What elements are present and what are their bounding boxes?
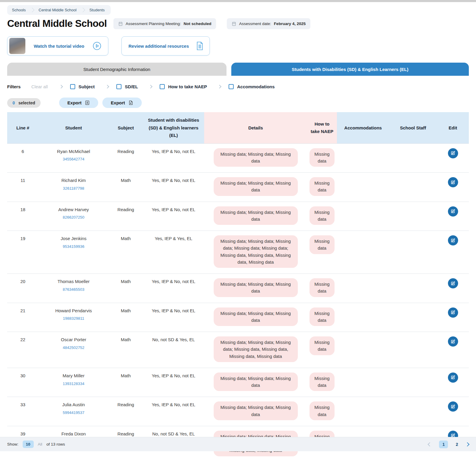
naep-missing-data-pill: Missing data xyxy=(309,278,335,297)
chevron-right-icon xyxy=(149,85,153,89)
school-staff-cell xyxy=(389,303,437,332)
school-staff-cell xyxy=(389,143,437,173)
edit-button[interactable] xyxy=(448,373,458,383)
naep-cell: Missing data xyxy=(307,202,337,231)
export-pdf-label: Export xyxy=(67,100,82,105)
subject-cell: Reading xyxy=(109,143,143,173)
edit-pencil-icon xyxy=(450,238,455,243)
filter-item: How to take NAEP xyxy=(149,84,207,89)
accommodations-cell xyxy=(337,231,389,274)
edit-button[interactable] xyxy=(448,278,458,288)
accommodations-cell xyxy=(337,303,389,332)
calendar-icon xyxy=(118,21,123,26)
table-footer: Show: 10 All of 13 rows 1 2 xyxy=(0,437,476,451)
edit-button[interactable] xyxy=(448,206,458,217)
tab-sd-el[interactable]: Students with Disabilities (SD) & Englis… xyxy=(231,63,469,76)
naep-cell: Missing data xyxy=(307,231,337,274)
sd-el-cell: Yes, IEP & No, not EL xyxy=(143,303,204,332)
naep-cell: Missing data xyxy=(307,332,337,368)
filter-item: SD/EL xyxy=(106,84,138,89)
page-size-all[interactable]: All xyxy=(38,442,42,446)
details-cell: Missing data; Missing data; Missing data xyxy=(204,397,307,426)
pagination-prev-icon[interactable] xyxy=(428,442,432,446)
edit-pencil-icon xyxy=(450,310,455,315)
table-row: 33 Julia Austin 5994419537 Reading Yes, … xyxy=(7,397,469,426)
subject-cell: Reading xyxy=(109,397,143,426)
sd-el-cell: Yes, IEP & No, not EL xyxy=(143,173,204,202)
col-sd-el: Student with disabilities (SD) & English… xyxy=(143,112,204,143)
details-missing-data-pill: Missing data; Missing data; Missing data… xyxy=(214,336,298,362)
tab-label: Students with Disabilities (SD) & Englis… xyxy=(292,67,409,72)
breadcrumb-schools[interactable]: Schools xyxy=(12,8,26,12)
review-resources-button[interactable]: Review additional resources xyxy=(121,36,210,55)
table-header-row: Line # Student Subject Student with disa… xyxy=(7,112,469,143)
watch-tutorial-label: Watch the tutorial video xyxy=(34,44,84,49)
student-id: 3455642774 xyxy=(41,157,106,162)
page-size-10[interactable]: 10 xyxy=(23,441,34,448)
clear-all-filters[interactable]: Clear all xyxy=(31,84,48,89)
breadcrumb-students[interactable]: Students xyxy=(89,8,104,12)
edit-button[interactable] xyxy=(448,235,458,245)
col-accommodations: Accommodations xyxy=(337,112,389,143)
school-staff-cell xyxy=(389,202,437,231)
sd-el-cell: Yes, IEP & No, not EL xyxy=(143,274,204,303)
naep-cell: Missing data xyxy=(307,173,337,202)
chevron-right-icon xyxy=(30,8,35,13)
details-missing-data-pill: Missing data; Missing data; Missing data xyxy=(214,177,298,196)
edit-pencil-icon xyxy=(450,180,455,185)
edit-cell xyxy=(437,231,469,274)
edit-cell xyxy=(437,397,469,426)
student-cell: Julia Austin 5994419537 xyxy=(38,397,109,426)
school-staff-cell xyxy=(389,173,437,202)
details-missing-data-pill: Missing data; Missing data; Missing data xyxy=(214,307,298,326)
export-pdf-button[interactable]: Export xyxy=(59,98,98,108)
edit-cell xyxy=(437,173,469,202)
pagination-next-icon[interactable] xyxy=(465,442,469,446)
tab-student-demographic[interactable]: Student Demographic Information xyxy=(7,63,227,76)
naep-cell: Missing data xyxy=(307,143,337,173)
top-strip xyxy=(0,0,476,2)
filter-checkbox[interactable] xyxy=(116,84,121,89)
filter-checkbox[interactable] xyxy=(229,84,234,89)
sd-el-cell: Yes, IEP & No, not EL xyxy=(143,397,204,426)
filter-checkbox[interactable] xyxy=(160,84,165,89)
table-row: 21 Howard Pendarvis 1988329811 Math Yes,… xyxy=(7,303,469,332)
line-number-cell: 19 xyxy=(7,231,38,274)
selected-count: 0 xyxy=(13,101,15,105)
details-cell: Missing data; Missing data; Missing data xyxy=(204,202,307,231)
edit-button[interactable] xyxy=(448,307,458,318)
edit-button[interactable] xyxy=(448,401,458,412)
pagination-page-2[interactable]: 2 xyxy=(456,442,458,447)
filter-item: Subject xyxy=(60,84,95,89)
edit-cell xyxy=(437,274,469,303)
accommodations-cell xyxy=(337,173,389,202)
naep-cell: Missing data xyxy=(307,397,337,426)
details-cell: Missing data; Missing data; Missing data… xyxy=(204,231,307,274)
table-row: 22 Oscar Porter 4842502752 Math No, not … xyxy=(7,332,469,368)
calendar-icon xyxy=(232,21,236,26)
student-name: Thomas Moeller xyxy=(41,278,106,285)
accommodations-cell xyxy=(337,397,389,426)
table-row: 20 Thomas Moeller 8763465503 Math Yes, I… xyxy=(7,274,469,303)
line-number-cell: 6 xyxy=(7,143,38,173)
accommodations-cell xyxy=(337,143,389,173)
details-missing-data-pill: Missing data; Missing data; Missing data xyxy=(214,278,298,297)
edit-button[interactable] xyxy=(448,177,458,187)
line-number-cell: 30 xyxy=(7,368,38,397)
student-id: 3261187798 xyxy=(41,186,106,191)
pagination-page-1[interactable]: 1 xyxy=(439,441,448,448)
filter-checkbox[interactable] xyxy=(70,84,75,89)
edit-button[interactable] xyxy=(448,148,458,158)
edit-pencil-icon xyxy=(450,375,455,380)
breadcrumb-school[interactable]: Central Middle School xyxy=(38,8,76,12)
export-pdf-icon xyxy=(85,100,90,105)
edit-pencil-icon xyxy=(450,281,455,286)
filters-label: Filters xyxy=(7,84,21,89)
chevron-right-icon xyxy=(81,8,85,13)
line-number-cell: 20 xyxy=(7,274,38,303)
edit-button[interactable] xyxy=(448,336,458,347)
watch-tutorial-button[interactable]: Watch the tutorial video xyxy=(7,36,108,55)
student-id: 9534159936 xyxy=(41,244,106,250)
details-cell: Missing data; Missing data; Missing data xyxy=(204,368,307,397)
export-excel-button[interactable]: Export xyxy=(102,98,142,108)
